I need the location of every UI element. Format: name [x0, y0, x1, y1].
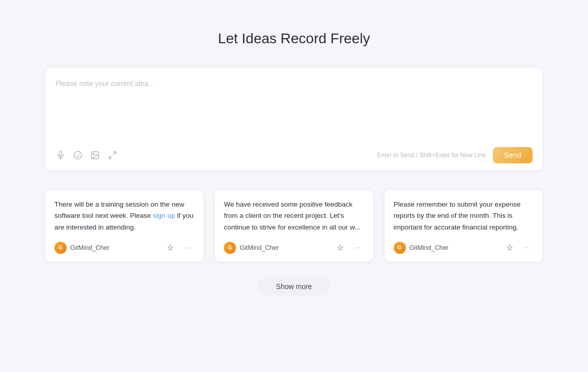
svg-point-11: [187, 247, 188, 248]
svg-line-9: [109, 156, 111, 159]
pin-icon[interactable]: [334, 241, 347, 254]
more-icon[interactable]: [181, 241, 194, 254]
idea-card: We have received some positive feedback …: [214, 189, 373, 262]
svg-point-18: [528, 247, 530, 248]
svg-point-13: [355, 247, 356, 248]
svg-point-3: [74, 152, 82, 159]
microphone-icon[interactable]: [55, 150, 66, 160]
svg-point-16: [524, 247, 525, 248]
author-name: GitMind_Cher: [240, 244, 279, 251]
idea-card: There will be a training session on the …: [45, 189, 204, 262]
input-toolbar: Enter to Send / Shift+Enter for New Line…: [55, 147, 533, 163]
card-text: There will be a training session on the …: [54, 199, 194, 233]
card-author: G GitMind_Cher: [224, 242, 279, 254]
card-link[interactable]: sign up: [153, 212, 175, 219]
card-text: We have received some positive feedback …: [224, 199, 364, 233]
send-hint: Enter to Send / Shift+Enter for New Line: [377, 152, 486, 159]
svg-rect-0: [60, 152, 62, 156]
toolbar-right: Enter to Send / Shift+Enter for New Line…: [377, 147, 533, 163]
card-author: G GitMind_Cher: [54, 242, 109, 254]
avatar: G: [54, 242, 67, 254]
show-more-button[interactable]: Show more: [258, 277, 331, 296]
idea-card: Please remember to submit your expense r…: [384, 189, 543, 262]
author-name: GitMind_Cher: [409, 244, 449, 251]
svg-line-8: [113, 152, 116, 154]
toolbar-left: [55, 150, 117, 160]
svg-point-15: [359, 247, 360, 248]
more-icon[interactable]: [351, 241, 364, 254]
svg-point-7: [93, 153, 94, 154]
card-footer: G GitMind_Cher: [394, 241, 534, 254]
image-icon[interactable]: [90, 150, 100, 160]
avatar: G: [224, 242, 236, 254]
card-author: G GitMind_Cher: [394, 242, 449, 254]
idea-input[interactable]: [55, 78, 533, 139]
send-button[interactable]: Send: [493, 147, 533, 163]
author-name: GitMind_Cher: [70, 244, 109, 251]
page-title: Let Ideas Record Freely: [218, 31, 370, 47]
pin-icon[interactable]: [503, 241, 516, 254]
card-actions: [164, 241, 194, 254]
cards-container: There will be a training session on the …: [45, 189, 543, 262]
card-footer: G GitMind_Cher: [54, 241, 194, 254]
card-footer: G GitMind_Cher: [224, 241, 364, 254]
card-text: Please remember to submit your expense r…: [394, 199, 534, 233]
svg-point-17: [526, 247, 527, 248]
emoji-icon[interactable]: [73, 150, 83, 160]
svg-point-10: [185, 247, 186, 248]
avatar: G: [394, 242, 406, 254]
input-card: Enter to Send / Shift+Enter for New Line…: [45, 67, 543, 171]
svg-point-14: [357, 247, 358, 248]
card-actions: [334, 241, 364, 254]
svg-point-12: [190, 247, 191, 248]
more-icon[interactable]: [520, 241, 534, 254]
card-actions: [503, 241, 534, 254]
expand-icon[interactable]: [107, 150, 117, 160]
pin-icon[interactable]: [164, 241, 177, 254]
